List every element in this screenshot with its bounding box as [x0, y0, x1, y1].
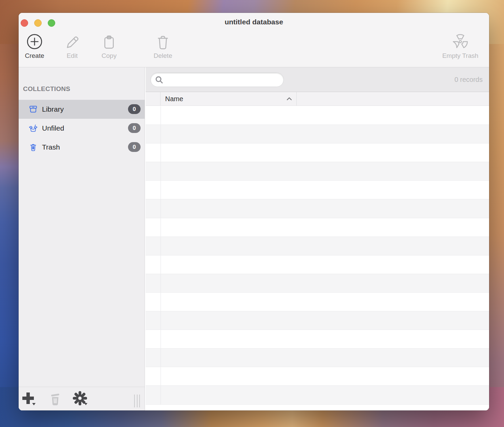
collections-list: Library 0 Unfiled 0	[19, 100, 145, 157]
table-row	[146, 237, 489, 255]
table-row	[146, 181, 489, 199]
plus-icon	[21, 391, 37, 407]
table-row	[146, 125, 489, 143]
gear-icon	[72, 391, 88, 407]
edit-label: Edit	[67, 52, 78, 59]
empty-trash-button[interactable]: Empty Trash	[435, 33, 486, 60]
records-count: 0 records	[455, 67, 483, 92]
toolbar: untitled database Create Edit Copy	[19, 13, 489, 67]
record-list-pane: 0 records Name	[146, 67, 489, 410]
table-row	[146, 367, 489, 386]
table-row	[146, 143, 489, 162]
collections-header: COLLECTIONS	[23, 85, 70, 93]
archive-box-icon	[28, 105, 38, 114]
pencil-icon	[64, 33, 81, 50]
trash-icon	[154, 33, 171, 50]
sidebar-item-label: Library	[42, 100, 64, 119]
radiation-icon	[452, 33, 469, 50]
copy-button[interactable]: Copy	[90, 33, 128, 60]
sidebar: COLLECTIONS Library 0	[19, 67, 145, 410]
add-collection-button[interactable]	[21, 391, 37, 407]
create-label: Create	[25, 52, 44, 59]
sidebar-resize-handle[interactable]	[134, 395, 140, 407]
sort-ascending-icon	[286, 96, 292, 101]
table-row	[146, 162, 489, 181]
table-row	[146, 218, 489, 237]
table-row	[146, 330, 489, 349]
count-badge: 0	[128, 142, 141, 152]
search-field[interactable]	[150, 72, 284, 87]
table-row	[146, 386, 489, 404]
edit-button[interactable]: Edit	[54, 33, 91, 60]
delete-collection-button[interactable]	[47, 391, 64, 407]
gutter-column-header	[146, 92, 161, 106]
plus-circle-icon	[26, 33, 43, 50]
open-box-icon	[28, 123, 38, 133]
empty-trash-label: Empty Trash	[442, 52, 479, 59]
sidebar-bottom-bar	[19, 387, 145, 410]
search-icon	[155, 75, 164, 84]
count-badge: 0	[128, 104, 141, 114]
actions-gear-button[interactable]	[72, 391, 88, 407]
count-badge: 0	[128, 123, 141, 133]
search-input[interactable]	[164, 73, 284, 87]
copy-label: Copy	[102, 52, 117, 59]
sidebar-item-label: Trash	[42, 138, 60, 157]
table-header: Name	[146, 92, 489, 106]
window-content: COLLECTIONS Library 0	[19, 67, 489, 410]
delete-button[interactable]: Delete	[144, 33, 182, 60]
table-row	[146, 293, 489, 311]
sidebar-item-trash[interactable]: Trash 0	[19, 138, 145, 157]
search-bar-row: 0 records	[146, 67, 489, 92]
record-table-body	[146, 106, 489, 410]
clipboard-icon	[101, 33, 118, 50]
table-row	[146, 349, 489, 367]
table-row	[146, 274, 489, 293]
name-column-label: Name	[165, 95, 183, 103]
delete-label: Delete	[154, 52, 172, 59]
table-row	[146, 106, 489, 125]
window-title: untitled database	[19, 18, 489, 26]
trash-icon	[47, 391, 64, 407]
sidebar-item-label: Unfiled	[42, 119, 64, 138]
table-row	[146, 311, 489, 330]
sidebar-item-library[interactable]: Library 0	[19, 100, 145, 119]
empty-column-header	[297, 92, 489, 106]
sidebar-item-unfiled[interactable]: Unfiled 0	[19, 119, 145, 138]
name-column-header[interactable]: Name	[161, 92, 297, 106]
app-window: untitled database Create Edit Copy	[19, 13, 489, 410]
trash-icon	[28, 142, 38, 152]
table-row	[146, 255, 489, 274]
table-row	[146, 199, 489, 218]
create-button[interactable]: Create	[19, 33, 53, 60]
